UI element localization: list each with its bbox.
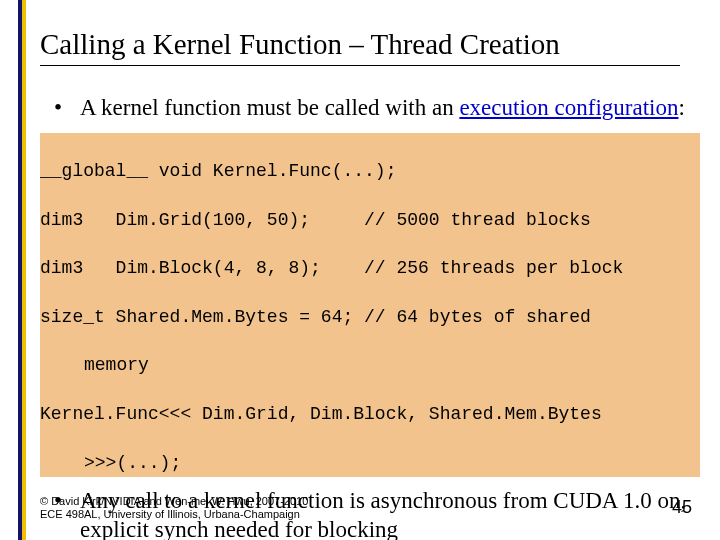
code-line-3: dim3 Dim.Block(4, 8, 8); // 256 threads …: [40, 256, 700, 280]
accent-bar-gold: [22, 0, 26, 540]
footer-line-1: © David Kirk/NVIDIA and Wen-mei W. Hwu, …: [40, 495, 308, 509]
code-line-5b: >>>(...);: [40, 451, 700, 475]
bullet-item-1: A kernel function must be called with an…: [50, 94, 700, 123]
code-line-4: size_t Shared.Mem.Bytes = 64; // 64 byte…: [40, 305, 700, 329]
slide-content: Calling a Kernel Function – Thread Creat…: [40, 28, 700, 520]
slide-title: Calling a Kernel Function – Thread Creat…: [40, 28, 700, 61]
title-underline: [40, 65, 680, 66]
bullet-list: A kernel function must be called with an…: [50, 94, 700, 123]
code-line-5: Kernel.Func<<< Dim.Grid, Dim.Block, Shar…: [40, 402, 700, 426]
code-line-2: dim3 Dim.Grid(100, 50); // 5000 thread b…: [40, 208, 700, 232]
code-line-1: __global__ void Kernel.Func(...);: [40, 159, 700, 183]
bullet-1-text-pre: A kernel function must be called with an: [80, 95, 459, 120]
code-block: __global__ void Kernel.Func(...); dim3 D…: [40, 133, 700, 477]
page-number: 45: [672, 497, 692, 518]
bullet-1-text-post: :: [678, 95, 684, 120]
code-line-4b: memory: [40, 353, 700, 377]
footer-line-2: ECE 498AL, University of Illinois, Urban…: [40, 508, 308, 522]
exec-config-link[interactable]: execution configuration: [459, 95, 678, 120]
footer: © David Kirk/NVIDIA and Wen-mei W. Hwu, …: [40, 495, 308, 523]
accent-bars: [18, 0, 26, 540]
